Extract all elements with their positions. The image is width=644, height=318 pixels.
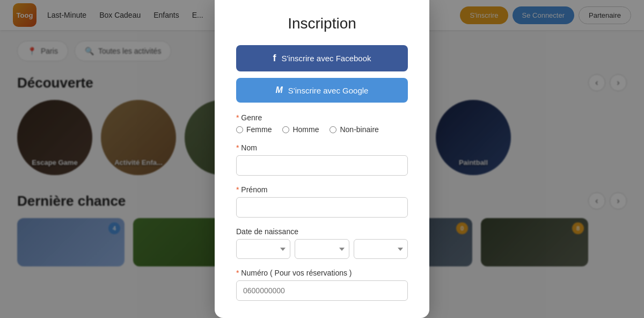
radio-homme[interactable]: Homme xyxy=(282,125,319,134)
prenom-group: * Prénom xyxy=(236,185,408,218)
genre-required-star: * xyxy=(236,113,239,122)
radio-non-binaire[interactable]: Non-binaire xyxy=(330,125,378,134)
radio-homme-label: Homme xyxy=(292,125,319,134)
numero-required-star: * xyxy=(236,269,239,277)
radio-non-binaire-input[interactable] xyxy=(330,126,336,133)
radio-homme-input[interactable] xyxy=(282,126,289,133)
modal-title: Inscription xyxy=(236,15,408,32)
google-icon: M xyxy=(276,85,283,95)
facebook-icon: f xyxy=(273,53,276,64)
date-month-select[interactable] xyxy=(295,239,349,259)
google-signup-button[interactable]: M S'inscrire avec Google xyxy=(236,78,408,103)
numero-group: * Numéro ( Pour vos réservations ) xyxy=(236,269,408,277)
genre-radio-group: Femme Homme Non-binaire xyxy=(236,125,408,134)
date-year-select[interactable] xyxy=(354,239,408,259)
radio-femme[interactable]: Femme xyxy=(236,125,272,134)
numero-label: * Numéro ( Pour vos réservations ) xyxy=(236,269,408,277)
nom-label-text: Nom xyxy=(241,143,257,152)
date-label: Date de naissance xyxy=(236,227,408,236)
date-day-select[interactable] xyxy=(236,239,290,259)
genre-group: * Genre Femme Homme Non-binaire xyxy=(236,113,408,134)
radio-femme-input[interactable] xyxy=(236,126,243,133)
numero-label-text: Numéro ( Pour vos réservations ) xyxy=(241,269,352,277)
nom-group: * Nom xyxy=(236,143,408,176)
nom-label: * Nom xyxy=(236,143,408,152)
prenom-label: * Prénom xyxy=(236,185,408,194)
inscription-modal: Inscription f S'inscrire avec Facebook M… xyxy=(215,0,429,277)
prenom-input[interactable] xyxy=(236,197,408,218)
prenom-required-star: * xyxy=(236,185,239,194)
radio-non-binaire-label: Non-binaire xyxy=(340,125,378,134)
prenom-label-text: Prénom xyxy=(241,185,267,194)
date-group: Date de naissance xyxy=(236,227,408,259)
facebook-signup-label: S'inscrire avec Facebook xyxy=(281,54,371,63)
genre-label: * Genre xyxy=(236,113,408,122)
genre-label-text: Genre xyxy=(241,113,262,122)
nom-input[interactable] xyxy=(236,155,408,176)
facebook-signup-button[interactable]: f S'inscrire avec Facebook xyxy=(236,45,408,71)
google-signup-label: S'inscrire avec Google xyxy=(288,86,369,95)
date-row xyxy=(236,239,408,259)
form-section: * Genre Femme Homme Non-binaire xyxy=(236,113,408,277)
radio-femme-label: Femme xyxy=(246,125,272,134)
nom-required-star: * xyxy=(236,143,239,152)
